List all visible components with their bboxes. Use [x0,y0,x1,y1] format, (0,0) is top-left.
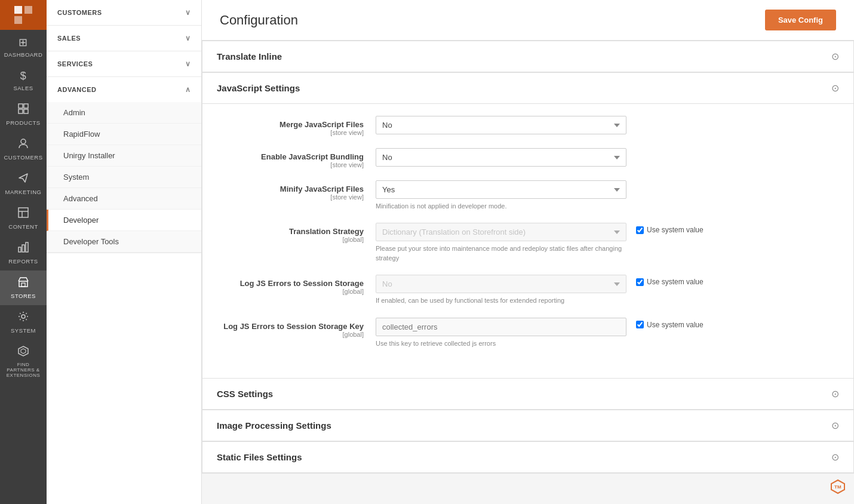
svg-rect-12 [22,245,24,252]
svg-point-7 [21,139,26,144]
svg-rect-6 [24,109,28,113]
section-javascript-settings: JavaScript Settings ⊙ Merge JavaScript F… [202,73,854,379]
log-js-errors-use-system-label: Use system value [647,278,704,286]
css-settings-title: CSS Settings [217,389,273,399]
section-translate-inline: Translate Inline ⊙ [202,41,854,73]
translation-strategy-select[interactable]: Dictionary (Translation on Storefront si… [376,223,626,241]
main-content: Configuration Save Config Translate Inli… [202,0,854,504]
left-nav-item-developer-tools[interactable]: Developer Tools [47,231,201,253]
left-nav-services-header[interactable]: SERVICES ∨ [47,51,201,76]
left-nav-item-rapidflow[interactable]: RapidFlow [47,124,201,145]
sidebar-item-reports[interactable]: REPORTS [0,236,47,271]
log-js-key-checkbox[interactable] [636,321,644,328]
static-files-header[interactable]: Static Files Settings ⊙ [202,442,853,473]
sidebar-item-products[interactable]: PRODUCTS [0,97,47,132]
translation-strategy-use-system-label: Use system value [647,226,704,234]
left-nav-item-advanced[interactable]: Advanced [47,188,201,210]
log-js-errors-label: Log JS Errors to Session Storage [240,279,364,288]
translation-strategy-label-col: Translation Strategy [global] [220,223,376,243]
save-config-button[interactable]: Save Config [765,10,836,30]
minify-js-select[interactable]: No Yes [376,180,626,199]
sidebar-item-find[interactable]: FIND PARTNERS & EXTENSIONS [0,340,47,384]
minify-js-label-col: Minify JavaScript Files [store view] [220,180,376,201]
sidebar-item-system[interactable]: SYSTEM [0,305,47,340]
sidebar-item-sales[interactable]: $ SALES [0,64,47,97]
left-nav-item-admin[interactable]: Admin [47,102,201,124]
sidebar-item-dashboard[interactable]: ⊞ DASHBOARD [0,30,47,64]
translation-strategy-label: Translation Strategy [289,227,364,236]
sidebar-item-content[interactable]: CONTENT [0,201,47,236]
sidebar-label-customers: CUSTOMERS [4,154,42,161]
log-js-key-input[interactable] [376,318,626,336]
customers-chevron-icon: ∨ [185,8,191,17]
log-js-key-extra: Use system value [626,318,704,329]
section-static-files: Static Files Settings ⊙ [202,442,854,474]
config-area: Translate Inline ⊙ JavaScript Settings ⊙… [202,41,854,485]
image-processing-title: Image Processing Settings [217,420,331,431]
sidebar-item-marketing[interactable]: MARKETING [0,167,47,201]
svg-rect-5 [19,109,23,113]
svg-rect-11 [19,247,21,252]
translation-strategy-control: Dictionary (Translation on Storefront si… [376,223,626,263]
sidebar-label-sales: SALES [13,85,33,91]
log-js-errors-label-col: Log JS Errors to Session Storage [global… [220,275,376,295]
translate-inline-header[interactable]: Translate Inline ⊙ [202,41,853,72]
svg-marker-17 [19,346,28,356]
left-nav-services-label: SERVICES [57,60,93,67]
log-js-key-hint: Use this key to retrieve collected js er… [376,339,626,348]
translation-strategy-checkbox[interactable] [636,226,644,234]
log-js-errors-extra: Use system value [626,275,704,286]
left-nav-item-developer[interactable]: Developer [47,210,201,231]
image-processing-header[interactable]: Image Processing Settings ⊙ [202,410,853,441]
sidebar-item-customers[interactable]: CUSTOMERS [0,132,47,167]
log-js-key-label-col: Log JS Errors to Session Storage Key [gl… [220,318,376,338]
minify-js-hint: Minification is not applied in developer… [376,202,626,211]
log-js-errors-checkbox[interactable] [636,278,644,286]
log-js-key-control: Use this key to retrieve collected js er… [376,318,626,348]
sidebar-logo [0,0,47,30]
customers-icon [18,138,29,152]
svg-rect-15 [21,283,25,287]
merge-js-select[interactable]: No Yes [376,116,626,134]
svg-rect-13 [26,242,28,252]
svg-text:TM: TM [834,484,841,490]
translation-strategy-use-system[interactable]: Use system value [636,226,704,234]
left-nav-advanced-header[interactable]: ADVANCED ∧ [47,77,201,102]
left-nav-customers-header[interactable]: CUSTOMERS ∨ [47,0,201,25]
log-js-errors-use-system[interactable]: Use system value [636,278,704,286]
sidebar-label-marketing: MARKETING [5,189,42,195]
merge-js-label-col: Merge JavaScript Files [store view] [220,116,376,136]
merge-js-scope: [store view] [220,129,364,136]
form-row-merge-js: Merge JavaScript Files [store view] No Y… [220,116,835,136]
sidebar-label-find: FIND PARTNERS & EXTENSIONS [3,362,44,378]
left-nav-sales-header[interactable]: SALES ∨ [47,26,201,51]
static-files-title: Static Files Settings [217,452,302,462]
sidebar-label-products: PRODUCTS [6,119,40,126]
sidebar-item-stores[interactable]: STORES [0,271,47,305]
left-nav-item-system[interactable]: System [47,167,201,188]
sales-chevron-icon: ∨ [185,34,191,42]
javascript-settings-body: Merge JavaScript Files [store view] No Y… [202,104,853,378]
sales-icon: $ [20,70,27,82]
tm-badge: TM [830,479,846,496]
minify-js-scope: [store view] [220,193,364,201]
css-settings-header[interactable]: CSS Settings ⊙ [202,379,853,410]
enable-js-bundling-label: Enable JavaScript Bundling [261,152,364,161]
form-row-log-js-key: Log JS Errors to Session Storage Key [gl… [220,318,835,348]
enable-js-bundling-select[interactable]: No Yes [376,148,626,167]
reports-icon [18,242,29,256]
log-js-key-scope: [global] [220,331,364,338]
svg-rect-8 [19,208,28,217]
left-nav-item-unirgy[interactable]: Unirgy Installer [47,145,201,167]
log-js-errors-select[interactable]: No Yes [376,275,626,293]
log-js-errors-scope: [global] [220,288,364,295]
marketing-icon [18,173,29,186]
svg-rect-4 [24,104,28,108]
system-icon [18,311,29,325]
svg-rect-14 [19,281,27,287]
log-js-key-use-system[interactable]: Use system value [636,321,704,329]
page-title: Configuration [220,13,298,28]
section-image-processing: Image Processing Settings ⊙ [202,410,854,442]
javascript-settings-header[interactable]: JavaScript Settings ⊙ [202,73,853,104]
content-icon [18,207,29,221]
